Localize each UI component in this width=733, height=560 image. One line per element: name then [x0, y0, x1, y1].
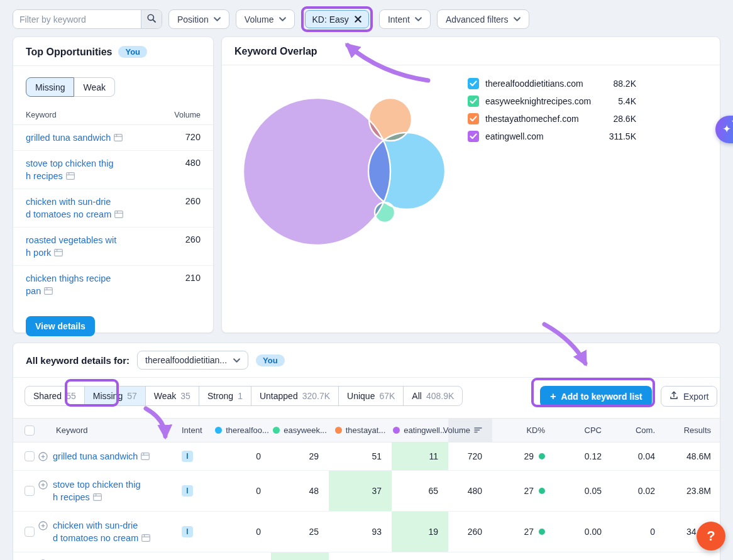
tab-untapped[interactable]: Untapped320.7K	[251, 387, 338, 405]
kd-value: 29	[492, 451, 555, 461]
keyword-link[interactable]: grilled tuna sandwich	[26, 131, 123, 144]
volume-value: 720	[448, 451, 492, 461]
table-row: stove top chicken thig h recipes I 0 48 …	[13, 471, 720, 512]
expand-keyword-icon[interactable]	[38, 452, 48, 461]
serp-features-icon	[54, 249, 63, 256]
volume-filter-label: Volume	[245, 14, 274, 25]
legend-item: therealfooddietitians.com 88.2K	[468, 75, 636, 92]
serp-features-icon	[66, 172, 75, 180]
you-badge: You	[118, 46, 147, 58]
keyword-volume: 480	[185, 157, 201, 182]
intent-badge-informational: I	[182, 451, 193, 462]
position-filter-dropdown[interactable]: Position	[168, 9, 229, 29]
column-header-competitor: thestayat...	[329, 425, 392, 435]
add-to-keyword-list-button[interactable]: + Add to keyword list	[540, 386, 652, 407]
kd-value: 27	[492, 486, 555, 496]
list-item: grilled tuna sandwich 720	[13, 125, 213, 151]
position-value: 0	[213, 527, 271, 537]
kd-filter-label: KD: Easy	[312, 14, 349, 25]
view-details-button[interactable]: View details	[26, 316, 95, 336]
keyword-filter	[13, 9, 162, 29]
domain-checkbox-checked[interactable]	[468, 113, 479, 124]
legend-value: 88.2K	[607, 79, 636, 89]
position-value-highlighted: 37	[329, 471, 392, 511]
keyword-link[interactable]: grilled tuna sandwich	[53, 450, 150, 463]
select-all-checkbox[interactable]	[25, 425, 35, 436]
keyword-link[interactable]: stove top chicken thig h recipes	[26, 157, 113, 182]
keyword-volume: 720	[185, 131, 201, 144]
domain-checkbox-checked[interactable]	[468, 131, 479, 142]
column-header-keyword: Keyword	[26, 111, 57, 119]
list-item: roasted vegetables wit h pork 260	[13, 228, 213, 266]
expand-keyword-icon[interactable]	[38, 480, 48, 490]
export-button[interactable]: Export	[661, 386, 717, 407]
intent-filter-dropdown[interactable]: Intent	[379, 9, 431, 29]
position-value: 65	[392, 486, 448, 496]
question-mark-icon: ?	[707, 528, 715, 544]
keyword-overlap-venn-diagram[interactable]	[222, 65, 486, 329]
domain-color-dot	[335, 427, 342, 434]
advanced-filters-label: Advanced filters	[446, 14, 509, 25]
expand-keyword-icon[interactable]	[38, 521, 48, 530]
top-opportunities-card: Top Opportunities You Missing Weak Keywo…	[13, 36, 214, 333]
column-header-results: Results	[665, 425, 721, 435]
tab-weak[interactable]: Weak	[74, 77, 115, 97]
column-header-intent: Intent	[182, 425, 213, 435]
chevron-down-icon	[214, 17, 221, 21]
legend-value: 28.6K	[607, 114, 636, 124]
keyword-link[interactable]: stove top chicken thig h recipes	[53, 478, 140, 503]
kd-value: 27	[492, 527, 555, 537]
tab-missing[interactable]: Missing57	[84, 387, 145, 405]
com-value: 0.04	[612, 451, 665, 461]
serp-features-icon	[93, 493, 102, 501]
domain-checkbox-checked[interactable]	[468, 96, 479, 107]
tab-all[interactable]: All408.9K	[403, 387, 462, 405]
details-heading: All keyword details for:	[26, 355, 130, 366]
legend-item: thestayathomechef.com 28.6K	[468, 110, 636, 128]
help-button[interactable]: ?	[697, 522, 725, 551]
row-checkbox[interactable]	[25, 486, 35, 496]
keyword-volume: 260	[185, 234, 201, 259]
legend-item: eatingwell.com 311.5K	[468, 128, 636, 145]
kd-filter-chip[interactable]: KD: Easy	[305, 10, 369, 28]
keyword-filter-input[interactable]	[13, 10, 141, 28]
advanced-filters-dropdown[interactable]: Advanced filters	[437, 9, 529, 29]
position-value: 29	[271, 451, 329, 461]
tab-unique[interactable]: Unique67K	[338, 387, 403, 405]
serp-features-icon	[141, 534, 150, 542]
domain-selector-value: therealfooddietitian...	[145, 355, 227, 365]
row-checkbox[interactable]	[25, 451, 35, 461]
column-header-competitor: easyweek...	[271, 425, 329, 435]
list-item: chicken thighs recipe pan 210	[13, 266, 213, 304]
domain-selector-dropdown[interactable]: therealfooddietitian...	[137, 351, 248, 370]
you-badge: You	[256, 354, 285, 366]
remove-kd-filter-icon[interactable]	[355, 16, 361, 23]
column-header-competitor: therealfoo...	[213, 425, 271, 435]
tab-weak[interactable]: Weak35	[145, 387, 199, 405]
tab-missing[interactable]: Missing	[26, 77, 74, 97]
volume-filter-dropdown[interactable]: Volume	[236, 9, 295, 29]
table-row: grilled tuna sandwich I 0 29 51 11 720 2…	[13, 442, 720, 471]
position-filter-label: Position	[177, 14, 209, 25]
plus-icon: +	[550, 391, 556, 402]
row-checkbox[interactable]	[25, 527, 35, 537]
com-value: 0	[612, 527, 665, 537]
keyword-link[interactable]: roasted vegetables wit h pork	[26, 234, 116, 259]
tab-shared[interactable]: Shared55	[25, 387, 84, 405]
keyword-link[interactable]: chicken thighs recipe pan	[26, 272, 111, 297]
kd-easy-dot	[539, 488, 545, 494]
cpc-value: 0.00	[555, 527, 612, 537]
kd-filter-annotation-box: KD: Easy	[301, 6, 373, 32]
com-value: 0.02	[612, 486, 665, 496]
kd-easy-dot	[539, 453, 545, 459]
column-header-volume-sortable[interactable]: Volume	[448, 419, 492, 442]
tab-strong[interactable]: Strong1	[199, 387, 251, 405]
keyword-link[interactable]: chicken with sun-drie d tomatoes no crea…	[53, 519, 150, 544]
keyword-link[interactable]: chicken with sun-drie d tomatoes no crea…	[26, 195, 123, 221]
table-row-partial	[13, 552, 720, 560]
domain-checkbox-checked[interactable]	[468, 78, 479, 89]
search-button[interactable]	[141, 10, 162, 28]
domain-color-dot	[393, 427, 400, 434]
cpc-value: 0.05	[555, 486, 612, 496]
search-icon	[146, 13, 157, 26]
